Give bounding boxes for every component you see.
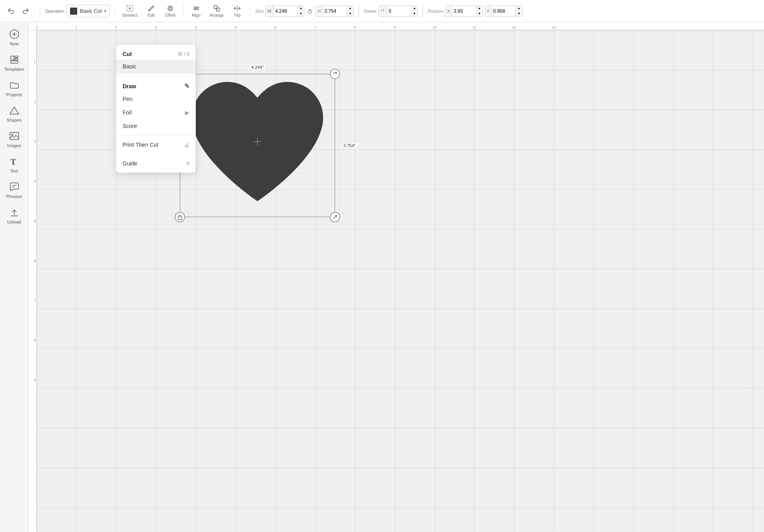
edit-button[interactable]: Edit (143, 3, 159, 19)
arrange-button[interactable]: Arrange (207, 3, 226, 19)
ruler-v-tick-9: 9 (34, 378, 36, 382)
menu-divider-1 (116, 76, 196, 76)
sidebar-label-shapes: Shapes (7, 118, 21, 122)
svg-point-24 (12, 134, 13, 136)
position-group: Position X ▲ ▼ Y ▲ ▼ (428, 6, 522, 17)
foil-submenu-chevron: ▶ (185, 109, 189, 116)
size-w-input[interactable] (273, 8, 297, 14)
upload-icon (9, 207, 20, 218)
menu-item-guide[interactable]: Guide # (116, 157, 196, 170)
ruler-v-tick-4: 4 (34, 179, 36, 183)
svg-point-5 (169, 7, 172, 10)
redo-button[interactable] (19, 5, 32, 17)
operation-group: Operation Basic Cut ▾ (45, 5, 110, 17)
handle-lock[interactable] (175, 212, 185, 222)
sidebar-label-images: Images (7, 143, 21, 148)
size-h-up[interactable]: ▲ (347, 6, 353, 11)
menu-item-foil[interactable]: Foil ▶ (116, 106, 196, 119)
sidebar-item-projects[interactable]: Projects (2, 76, 27, 100)
pos-x-input[interactable] (452, 8, 476, 14)
menu-divider-2 (116, 135, 196, 136)
pos-x-down[interactable]: ▼ (476, 11, 483, 17)
op-color-swatch (70, 8, 77, 15)
pos-x-prefix: X (446, 6, 452, 16)
rotate-icon-prefix (378, 6, 387, 16)
lock-proportions[interactable] (305, 6, 315, 17)
ruler-vertical: 1 2 3 4 5 6 7 8 9 (29, 22, 37, 532)
pos-y-input[interactable] (491, 8, 515, 14)
operation-dropdown: Cut ⌘⇧8 Basic Draw ✎ Pen Foil ▶ Score (116, 45, 196, 173)
size-h-input[interactable] (323, 8, 347, 14)
svg-rect-14 (308, 11, 312, 13)
sidebar-label-upload: Upload (7, 219, 21, 224)
rotate-up[interactable]: ▲ (411, 6, 417, 11)
menu-item-pen[interactable]: Pen (116, 92, 196, 106)
svg-rect-19 (15, 56, 18, 58)
undo-redo-group (5, 5, 32, 17)
image-icon (9, 130, 20, 142)
heart-svg[interactable] (180, 74, 335, 217)
ruler-h-tick-4: 4 (195, 25, 197, 30)
print-then-cut-label: Print Then Cut (123, 142, 158, 148)
arrange-icon (213, 4, 221, 12)
ruler-v-tick-8: 8 (34, 338, 36, 342)
menu-item-basic[interactable]: Basic (116, 60, 196, 73)
sidebar-item-text[interactable]: T Text (2, 153, 27, 177)
print-icon: 🖨 (184, 142, 189, 148)
flip-button[interactable]: Flip (229, 3, 245, 19)
operation-select[interactable]: Basic Cut ▾ (66, 5, 110, 17)
undo-button[interactable] (5, 5, 18, 17)
handle-scale[interactable] (330, 212, 340, 222)
sidebar-item-images[interactable]: Images (2, 127, 27, 151)
size-w-down[interactable]: ▼ (298, 11, 304, 17)
size-w-stepper[interactable]: ▲ ▼ (297, 6, 304, 17)
sidebar-label-text: Text (10, 169, 18, 173)
sidebar-item-phrases[interactable]: Phrases (2, 178, 27, 202)
svg-rect-23 (10, 132, 19, 140)
menu-item-score[interactable]: Score (116, 119, 196, 133)
pos-y-wrap: Y ▲ ▼ (485, 6, 522, 17)
svg-line-35 (333, 216, 337, 219)
size-w-up[interactable]: ▲ (298, 6, 304, 11)
ruler-v-tick-6: 6 (34, 259, 36, 263)
size-h-stepper[interactable]: ▲ ▼ (347, 6, 353, 17)
menu-item-print-then-cut[interactable]: Print Then Cut 🖨 (116, 138, 196, 151)
rotate-input[interactable] (387, 8, 411, 14)
align-button[interactable]: Align (188, 3, 204, 19)
text-t-icon: T (9, 156, 20, 167)
rotate-stepper[interactable]: ▲ ▼ (411, 6, 417, 17)
pos-y-stepper[interactable]: ▲ ▼ (515, 6, 522, 17)
main-layout: New Templates Projects (0, 22, 764, 532)
offset-button[interactable]: Offset (162, 3, 178, 19)
deselect-button[interactable]: Deselect (120, 3, 140, 19)
sidebar-item-templates[interactable]: Templates (2, 51, 27, 75)
sidebar-item-upload[interactable]: Upload (2, 204, 27, 227)
flip-label: Flip (234, 13, 240, 17)
dimension-label-height: 3.754" (342, 143, 357, 148)
ruler-h-tick-1: 1 (75, 25, 77, 30)
rotate-down[interactable]: ▼ (411, 11, 417, 17)
edit-label: Edit (148, 13, 154, 17)
sidebar-label-new: New (10, 41, 18, 46)
ruler-corner (29, 22, 37, 30)
ruler-h-tick-5: 5 (234, 25, 236, 30)
separator-1 (40, 5, 40, 17)
sidebar-item-shapes[interactable]: Shapes (2, 102, 27, 126)
separator-3 (183, 5, 183, 17)
handle-rotate[interactable] (330, 69, 340, 79)
pos-y-up[interactable]: ▲ (516, 6, 522, 11)
sidebar-item-new[interactable]: New (2, 25, 27, 49)
pos-x-up[interactable]: ▲ (476, 6, 483, 11)
deselect-icon (126, 4, 134, 12)
plus-circle-icon (9, 29, 20, 40)
pos-x-stepper[interactable]: ▲ ▼ (476, 6, 483, 17)
size-h-down[interactable]: ▼ (347, 11, 353, 17)
arrange-label: Arrange (210, 13, 224, 17)
canvas-area: 0 1 2 3 4 5 6 7 8 9 10 11 12 13 1 2 3 (29, 22, 764, 532)
ruler-h-tick-6: 6 (274, 25, 276, 30)
triangle-icon (9, 105, 20, 116)
pos-y-down[interactable]: ▼ (516, 11, 522, 17)
basic-label: Basic (123, 63, 136, 70)
sidebar-label-templates: Templates (4, 67, 24, 72)
heart-shape-container[interactable]: 4.249" 3.754" (180, 74, 335, 217)
